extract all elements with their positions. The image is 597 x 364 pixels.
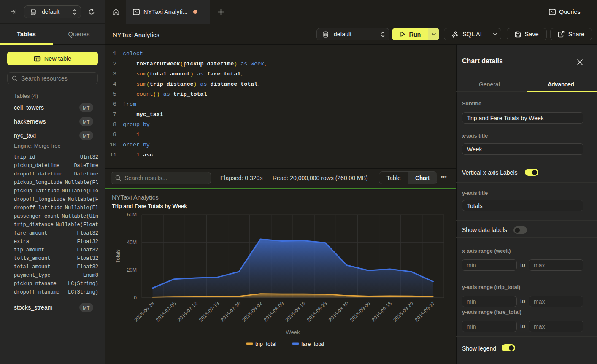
svg-text:Week: Week — [286, 329, 300, 335]
svg-text:fare_total: fare_total — [301, 341, 324, 347]
svg-text:2015-08-02: 2015-08-02 — [241, 300, 264, 323]
svg-text:2015-09-13: 2015-09-13 — [370, 300, 393, 323]
svg-text:2015-06-28: 2015-06-28 — [133, 300, 156, 323]
svg-text:Totals: Totals — [115, 249, 121, 262]
svg-text:2015-09-20: 2015-09-20 — [392, 300, 415, 323]
svg-text:2015-09-06: 2015-09-06 — [349, 300, 372, 323]
svg-text:2015-07-12: 2015-07-12 — [176, 300, 199, 323]
svg-text:20M: 20M — [127, 267, 137, 273]
svg-text:60M: 60M — [127, 212, 137, 218]
svg-text:2015-08-30: 2015-08-30 — [327, 300, 350, 323]
svg-text:trip_total: trip_total — [255, 341, 276, 347]
svg-text:40M: 40M — [127, 240, 137, 245]
svg-text:2015-08-23: 2015-08-23 — [306, 300, 329, 323]
svg-text:2015-08-09: 2015-08-09 — [262, 300, 285, 323]
svg-text:2015-07-19: 2015-07-19 — [198, 300, 221, 323]
svg-text:2015-09-27: 2015-09-27 — [413, 300, 436, 323]
svg-text:0: 0 — [134, 295, 137, 301]
svg-text:2015-07-05: 2015-07-05 — [155, 300, 178, 323]
svg-text:2015-08-16: 2015-08-16 — [284, 300, 307, 323]
svg-text:2015-07-26: 2015-07-26 — [219, 300, 242, 323]
